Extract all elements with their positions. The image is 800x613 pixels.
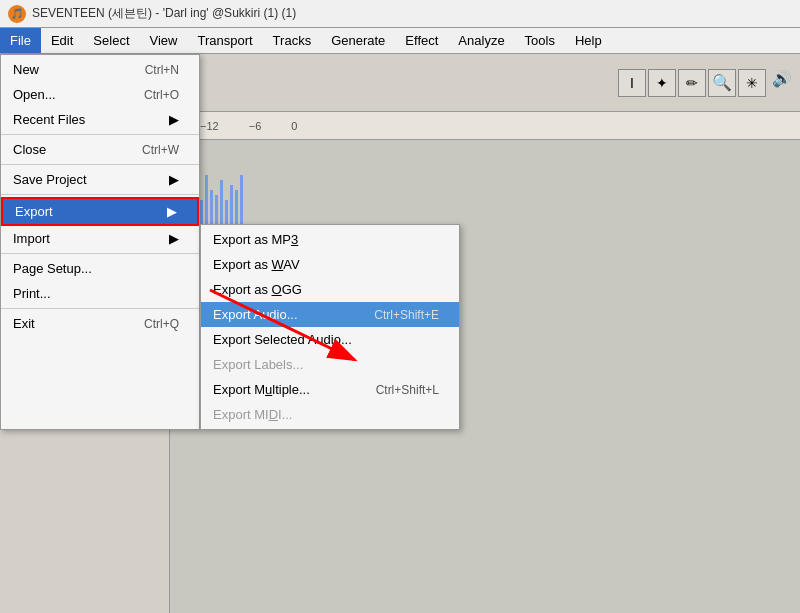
sep1 [1, 134, 199, 135]
sep4 [1, 253, 199, 254]
file-export-label: Export [15, 204, 53, 219]
export-midi-label: Export MIDI... [213, 407, 292, 422]
export-multiple-label: Export Multiple... [213, 382, 310, 397]
export-ogg[interactable]: Export as OGG [201, 277, 459, 302]
menu-tools[interactable]: Tools [515, 28, 565, 53]
file-menu-dropdown: New Ctrl+N Open... Ctrl+O Recent Files ▶… [0, 54, 200, 430]
export-mp3-label: Export as MP3 [213, 232, 298, 247]
export-multiple-shortcut: Ctrl+Shift+L [376, 383, 439, 397]
export-audio-shortcut: Ctrl+Shift+E [374, 308, 439, 322]
file-export[interactable]: Export ▶ [1, 197, 199, 226]
volume-icon: 🔊 [772, 69, 792, 97]
menu-analyze[interactable]: Analyze [448, 28, 514, 53]
dropdown-overlay: New Ctrl+N Open... Ctrl+O Recent Files ▶… [0, 54, 460, 430]
export-wav[interactable]: Export as WAV [201, 252, 459, 277]
save-project-arrow: ▶ [169, 172, 179, 187]
file-print-label: Print... [13, 286, 51, 301]
sep2 [1, 164, 199, 165]
file-open-label: Open... [13, 87, 56, 102]
menu-transport[interactable]: Transport [187, 28, 262, 53]
menu-tracks[interactable]: Tracks [263, 28, 322, 53]
menu-view[interactable]: View [140, 28, 188, 53]
export-multiple[interactable]: Export Multiple... Ctrl+Shift+L [201, 377, 459, 402]
file-close[interactable]: Close Ctrl+W [1, 137, 199, 162]
file-open[interactable]: Open... Ctrl+O [1, 82, 199, 107]
file-exit-label: Exit [13, 316, 35, 331]
zoom-tool[interactable]: 🔍 [708, 69, 736, 97]
file-close-shortcut: Ctrl+W [142, 143, 179, 157]
menu-help[interactable]: Help [565, 28, 612, 53]
menu-edit[interactable]: Edit [41, 28, 83, 53]
export-selected-audio-label: Export Selected Audio... [213, 332, 352, 347]
menu-generate[interactable]: Generate [321, 28, 395, 53]
export-ogg-label: Export as OGG [213, 282, 302, 297]
cursor-tool[interactable]: I [618, 69, 646, 97]
sep3 [1, 194, 199, 195]
file-exit-shortcut: Ctrl+Q [144, 317, 179, 331]
window-title: SEVENTEEN (세븐틴) - 'Darl ing' @Sukkiri (1… [32, 5, 296, 22]
file-open-shortcut: Ctrl+O [144, 88, 179, 102]
file-import-arrow: ▶ [169, 231, 179, 246]
menu-bar: File Edit Select View Transport Tracks G… [0, 28, 800, 54]
file-recent-arrow: ▶ [169, 112, 179, 127]
export-labels-label: Export Labels... [213, 357, 303, 372]
file-save-project-label: Save Project [13, 172, 87, 187]
export-audio[interactable]: Export Audio... Ctrl+Shift+E [201, 302, 459, 327]
file-page-setup[interactable]: Page Setup... [1, 256, 199, 281]
title-bar: 🎵 SEVENTEEN (세븐틴) - 'Darl ing' @Sukkiri … [0, 0, 800, 28]
sep5 [1, 308, 199, 309]
export-mp3[interactable]: Export as MP3 [201, 227, 459, 252]
menu-file[interactable]: File [0, 28, 41, 53]
export-selected-audio[interactable]: Export Selected Audio... [201, 327, 459, 352]
file-save-project[interactable]: Save Project ▶ [1, 167, 199, 192]
file-close-label: Close [13, 142, 46, 157]
menu-select[interactable]: Select [83, 28, 139, 53]
export-audio-label: Export Audio... [213, 307, 298, 322]
file-new-label: New [13, 62, 39, 77]
export-wav-label: Export as WAV [213, 257, 300, 272]
export-midi: Export MIDI... [201, 402, 459, 427]
tool-group: I ✦ ✏ 🔍 ✳ 🔊 [618, 69, 792, 97]
file-recent[interactable]: Recent Files ▶ [1, 107, 199, 132]
app-icon: 🎵 [8, 5, 26, 23]
export-labels: Export Labels... [201, 352, 459, 377]
file-import[interactable]: Import ▶ [1, 226, 199, 251]
menu-effect[interactable]: Effect [395, 28, 448, 53]
file-export-arrow: ▶ [167, 204, 177, 219]
draw-tool[interactable]: ✏ [678, 69, 706, 97]
file-import-label: Import [13, 231, 50, 246]
file-new-shortcut: Ctrl+N [145, 63, 179, 77]
file-page-setup-label: Page Setup... [13, 261, 92, 276]
export-submenu: Export as MP3 Export as WAV Export as OG… [200, 224, 460, 430]
multi-tool[interactable]: ✦ [648, 69, 676, 97]
file-new[interactable]: New Ctrl+N [1, 57, 199, 82]
file-print[interactable]: Print... [1, 281, 199, 306]
file-exit[interactable]: Exit Ctrl+Q [1, 311, 199, 336]
file-recent-label: Recent Files [13, 112, 85, 127]
star-tool[interactable]: ✳ [738, 69, 766, 97]
